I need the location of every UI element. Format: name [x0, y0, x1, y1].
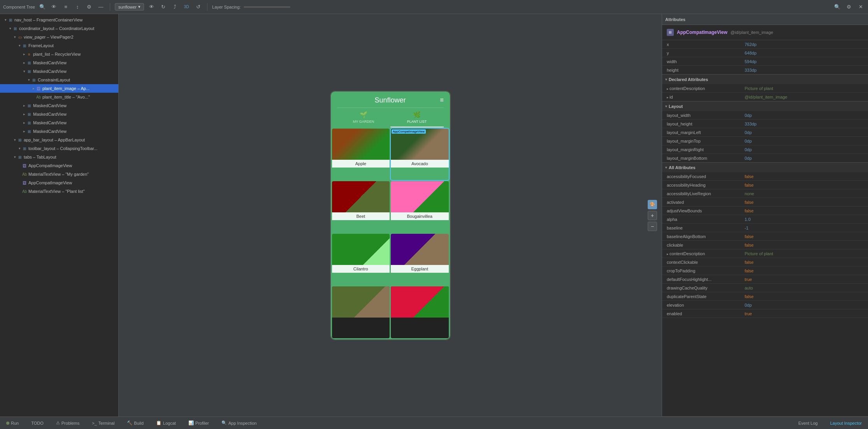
toggle-toolbar[interactable]: ▾ [17, 146, 22, 151]
tree-item-maskedcard5[interactable]: ▸ ⊞ MaskedCardView [0, 118, 118, 127]
toggle-viewpager[interactable]: ▾ [12, 35, 17, 39]
tree-item-nav-host[interactable]: ▾ ⊞ nav_host – FragmentContainerView [0, 16, 118, 24]
tree-item-toolbar[interactable]: ▾ ⊞ toolbar_layout – CollapsingToolbar..… [0, 144, 118, 153]
toggle-nav-host[interactable]: ▾ [3, 18, 8, 22]
tree-item-material-text1[interactable]: Ab MaterialTextView – "My garden" [0, 170, 118, 178]
tab-my-garden[interactable]: 🌱 MY GARDEN [337, 108, 390, 127]
close-button[interactable]: — [97, 3, 105, 11]
tree-item-plant-title[interactable]: Ab plant_item_title – "Avo..." [0, 93, 118, 101]
icon-plant-image: 🖼 [36, 86, 41, 91]
tab-layout-inspector[interactable]: Layout Inspector [827, 419, 865, 427]
eye-button[interactable]: 👁 [50, 3, 58, 11]
tree-item-maskedcard2[interactable]: ▾ ⊞ MaskedCardView [0, 67, 118, 76]
tree-item-plantlist[interactable]: ▸ ≡ plant_list – RecyclerView [0, 50, 118, 58]
tab-plant-list[interactable]: 🌿 PLANT LIST [390, 108, 444, 127]
attr-value-accessibility-heading: false [745, 183, 754, 187]
toggle-maskedcard1[interactable]: ▸ [22, 60, 26, 65]
tab-run[interactable]: Run [3, 419, 22, 427]
all-attrs-header[interactable]: ▾ All Attributes [662, 163, 868, 172]
tab-todo[interactable]: TODO [28, 419, 47, 427]
tab-event-log[interactable]: Event Log [795, 419, 821, 427]
attr-search-btn[interactable]: 🔍 [833, 3, 842, 11]
toggle-coordinator[interactable]: ▾ [8, 26, 12, 31]
toggle-maskedcard2[interactable]: ▾ [22, 69, 26, 74]
tree-item-material-text2[interactable]: Ab MaterialTextView – "Plant list" [0, 187, 118, 196]
tab-problems[interactable]: ⚠ Problems [53, 419, 83, 427]
tree-item-constraint[interactable]: ▾ ⊞ ConstraintLayout [0, 76, 118, 84]
toggle-maskedcard5[interactable]: ▸ [22, 120, 26, 125]
toggle-framelayout[interactable]: ▾ [17, 43, 22, 48]
attr-close-btn[interactable]: ✕ [856, 3, 865, 11]
tree-item-maskedcard1[interactable]: ▸ ⊞ MaskedCardView [0, 58, 118, 67]
attr-name-accessibility-live: accessibilityLiveRegion [667, 191, 745, 196]
toggle-appbarlayout[interactable]: ▾ [12, 138, 17, 142]
export-btn[interactable]: ⤴ [170, 3, 179, 11]
tree-item-appcompat1[interactable]: 🖼 AppCompatImageView [0, 161, 118, 170]
tab-app-inspection[interactable]: 🔍 App Inspection [218, 419, 260, 427]
toggle-maskedcard4[interactable]: ▸ [22, 112, 26, 117]
attr-name-baseline: baseline [667, 226, 745, 230]
plant-img-beet [332, 181, 390, 212]
icon-maskedcard4: ⊞ [26, 111, 32, 117]
tree-item-maskedcard6[interactable]: ▸ ⊞ MaskedCardView [0, 127, 118, 136]
layout-attrs-header[interactable]: ▾ Layout [662, 102, 868, 111]
attr-id: ▸id @id/plant_item_image [662, 93, 868, 101]
plant-img-apple [332, 129, 390, 160]
tree-item-coordinator[interactable]: ▾ ⊞ coordinator_layout – CoordinatorLayo… [0, 24, 118, 33]
attr-activated: activated false [662, 198, 868, 207]
plant-img-hibiscus [391, 286, 449, 318]
toggle-constraint[interactable]: ▾ [26, 78, 31, 82]
rotate-btn[interactable]: ↻ [159, 3, 167, 11]
plant-card-fig[interactable]: — [332, 286, 390, 338]
icon-plantlist: ≡ [26, 51, 32, 57]
plant-card-apple[interactable]: Apple [332, 129, 390, 180]
tree-item-viewpager[interactable]: ▾ ▭ view_pager – ViewPager2 [0, 33, 118, 41]
icon-toolbar: ⊞ [22, 146, 27, 151]
tree-item-appbarlayout[interactable]: ▾ ⊞ app_bar_layout – AppBarLayout [0, 136, 118, 144]
layer-spacing-slider[interactable] [244, 6, 290, 8]
toggle-plant-title [31, 95, 36, 99]
attr-drawing-cache-quality: drawingCacheQuality auto [662, 284, 868, 292]
attr-name-margin-bottom: layout_marginBottom [667, 156, 745, 161]
zoom-in-btn[interactable]: + [648, 211, 657, 220]
plant-card-avocado[interactable]: AppCompatImageView Avocado [391, 129, 449, 180]
tab-profiler[interactable]: 📊 Profiler [185, 419, 212, 427]
tree-item-maskedcard4[interactable]: ▸ ⊞ MaskedCardView [0, 110, 118, 118]
sort-button[interactable]: ↕ [73, 3, 82, 11]
tree-item-tabs[interactable]: ▾ ⊞ tabs – TabLayout [0, 153, 118, 161]
plant-card-cilantro[interactable]: Cilantro [332, 234, 390, 285]
tree-item-maskedcard3[interactable]: ▸ ⊞ MaskedCardView [0, 101, 118, 110]
attr-settings-btn[interactable]: ⚙ [845, 3, 853, 11]
tree-container[interactable]: ▾ ⊞ nav_host – FragmentContainerView ▾ ⊞… [0, 14, 118, 417]
label-maskedcard2: MaskedCardView [33, 69, 67, 74]
filter-icon[interactable]: ≡ [440, 97, 443, 104]
toggle-plantlist[interactable]: ▸ [22, 52, 26, 56]
3d-btn[interactable]: 3D [182, 3, 191, 11]
app-name: sunflower [118, 5, 137, 9]
declared-attrs-header[interactable]: ▾ Declared Attributes [662, 75, 868, 84]
settings-button[interactable]: ⚙ [85, 3, 93, 11]
eye-btn-2[interactable]: 👁 [147, 3, 156, 11]
plant-card-beet[interactable]: Beet [332, 181, 390, 233]
toggle-maskedcard6[interactable]: ▸ [22, 129, 26, 134]
toggle-plant-image[interactable]: ▸ [31, 86, 36, 91]
tree-item-framelayout[interactable]: ▾ ⊞ FrameLayout [0, 41, 118, 50]
zoom-out-btn[interactable]: − [648, 222, 657, 231]
list-button[interactable]: ≡ [61, 3, 70, 11]
app-dropdown[interactable]: sunflower ▾ [115, 3, 144, 11]
refresh-btn[interactable]: ↺ [194, 3, 202, 11]
toggle-maskedcard3[interactable]: ▸ [22, 103, 26, 108]
plant-card-eggplant[interactable]: Eggplant [391, 234, 449, 285]
palette-btn[interactable]: 🎨 [648, 200, 657, 209]
tab-logcat[interactable]: 📋 Logcat [153, 419, 179, 427]
toggle-tabs[interactable]: ▾ [12, 155, 17, 159]
tab-terminal[interactable]: >_ Terminal [89, 419, 118, 427]
attr-value-margin-top: 0dp [745, 139, 752, 143]
tab-build[interactable]: 🔨 Build [124, 419, 146, 427]
attr-value-elevation: 0dp [745, 303, 752, 307]
tree-item-appcompat2[interactable]: 🖼 AppCompatImageView [0, 178, 118, 187]
search-button[interactable]: 🔍 [38, 3, 47, 11]
tree-item-plant-image[interactable]: ▸ 🖼 plant_item_image – Ap... [0, 84, 118, 93]
plant-card-hibiscus[interactable]: — [391, 286, 449, 338]
plant-card-bougainvillea[interactable]: Bougainvillea [391, 181, 449, 233]
